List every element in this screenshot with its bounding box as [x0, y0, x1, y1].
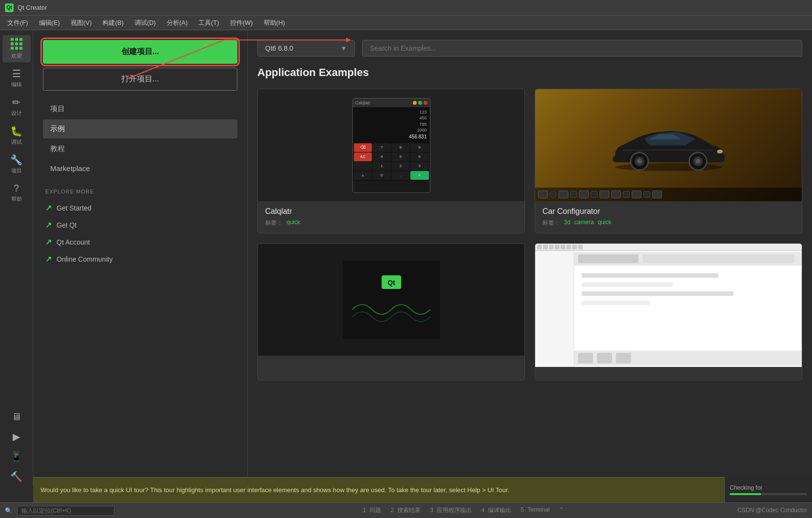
explore-get-qt-label: Get Qt: [57, 221, 77, 229]
sidebar-item-device[interactable]: 📱: [2, 448, 31, 465]
car-tag-quick[interactable]: quick: [598, 219, 611, 227]
nav-item-tutorials[interactable]: 教程: [43, 139, 237, 158]
version-label: Qt6 6.8.0: [265, 44, 293, 52]
car-tags: 标签： 3d camera quick: [542, 219, 794, 227]
sidebar-item-monitor[interactable]: 🖥: [2, 408, 31, 425]
update-progress-bar: [730, 493, 807, 495]
debug-icon: 🐛: [10, 125, 22, 137]
explore-get-qt[interactable]: ↗ Get Qt: [43, 216, 237, 233]
hammer-icon: 🔨: [10, 471, 22, 482]
search-icon: 🔍: [5, 507, 12, 514]
qt-logo: Qt: [5, 3, 14, 12]
title-bar: Qt Qt Creator: [0, 0, 812, 16]
version-filter[interactable]: Qt6 6.8.0 ▼: [257, 40, 355, 57]
update-progress-fill: [730, 493, 761, 495]
calqlatr-name: Calqlatr: [265, 207, 517, 216]
explore-get-started-label: Get Started: [57, 204, 92, 212]
car-info: Car Configurator 标签： 3d camera quick: [535, 201, 802, 233]
examples-search-input[interactable]: [362, 40, 802, 57]
nav-item-projects[interactable]: 项目: [43, 99, 237, 118]
car-tag-3d[interactable]: 3d: [564, 219, 570, 227]
status-tab-terminal[interactable]: 5 Terminal: [521, 506, 551, 515]
explore-get-started[interactable]: ↗ Get Started: [43, 199, 237, 216]
nav-item-examples[interactable]: 示例: [43, 119, 237, 138]
mw-sidebar: [535, 251, 574, 367]
edit-icon: ☰: [12, 68, 21, 79]
sidebar-item-design[interactable]: ✏ 设计: [2, 94, 31, 120]
svg-point-6: [696, 159, 700, 164]
menu-view[interactable]: 视图(V): [66, 17, 97, 29]
svg-rect-20: [578, 353, 593, 364]
sidebar-design-label: 设计: [11, 110, 22, 117]
sidebar-item-welcome[interactable]: 欢迎: [2, 35, 31, 62]
status-tab-issues[interactable]: 1 问题: [363, 506, 383, 515]
explore-qt-account[interactable]: ↗ Qt Account: [43, 233, 237, 250]
svg-rect-15: [582, 273, 718, 278]
mw-menubar: [535, 244, 802, 251]
menu-help[interactable]: 帮助(H): [259, 17, 290, 29]
open-project-button[interactable]: 打开项目...: [43, 68, 237, 91]
explore-online-community[interactable]: ↗ Online Community: [43, 250, 237, 268]
grid-icon: [11, 38, 22, 50]
main-layout: 欢迎 ☰ 编辑 ✏ 设计 🐛 调试 🔧 项目 ? 帮助 🖥 ▶ �: [0, 30, 812, 485]
watermark-text: CSDN @Codec Conductor: [737, 502, 807, 518]
qt-card-name: [265, 362, 517, 371]
calqlatr-tag-quick[interactable]: quick: [287, 219, 300, 227]
menu-tools[interactable]: 工具(T): [193, 17, 224, 29]
menu-file[interactable]: 文件(F): [2, 17, 33, 29]
notification-text: Would you like to take a quick UI tour? …: [40, 486, 763, 494]
qt-preview: Qt: [258, 244, 524, 356]
menu-bar: 文件(F) 编辑(E) 视图(V) 构建(B) 调试(D) 分析(A) 工具(T…: [0, 16, 812, 30]
sidebar-welcome-label: 欢迎: [11, 52, 22, 59]
examples-grid: Calqlatr 123 456 785: [257, 89, 802, 381]
sidebar-item-hammer[interactable]: 🔨: [2, 468, 31, 485]
example-card-mainwindow[interactable]: [535, 243, 802, 381]
explore-title: EXPLORE MORE: [43, 189, 237, 194]
arrow-icon-3: ↗: [45, 254, 52, 264]
checking-update-bar: Checking for: [724, 477, 812, 502]
menu-edit[interactable]: 编辑(E): [34, 17, 65, 29]
menu-build[interactable]: 构建(B): [97, 17, 128, 29]
help-icon: ?: [14, 183, 19, 194]
sidebar-item-run[interactable]: ▶: [2, 428, 31, 445]
svg-rect-16: [582, 282, 673, 287]
content-panel: 创建项目... 打开项目... 项目 示例 教程 Marketplace EXP…: [33, 30, 812, 485]
nav-item-marketplace[interactable]: Marketplace: [43, 159, 237, 177]
sidebar-item-edit[interactable]: ☰ 编辑: [2, 65, 31, 91]
mw-content: [535, 251, 802, 367]
chevron-up-icon[interactable]: ⌃: [559, 506, 564, 515]
example-card-calqlatr[interactable]: Calqlatr 123 456 785: [257, 89, 525, 233]
menu-analyze[interactable]: 分析(A): [162, 17, 193, 29]
calc-titlebar: Calqlatr: [353, 98, 430, 107]
device-icon: 📱: [10, 451, 22, 462]
sidebar-item-help[interactable]: ? 帮助: [2, 180, 31, 206]
car-tag-camera[interactable]: camera: [574, 219, 594, 227]
svg-rect-21: [597, 353, 612, 364]
menu-widgets[interactable]: 控件(W): [225, 17, 258, 29]
status-tab-compile[interactable]: 4 编译输出: [481, 506, 513, 515]
car-tag-label: 标签：: [542, 219, 560, 227]
mainwindow-thumbnail: [535, 244, 802, 356]
sidebar-edit-label: 编辑: [11, 81, 22, 88]
calc-preview: Calqlatr 123 456 785: [352, 98, 430, 193]
sidebar-item-project[interactable]: 🔧 项目: [2, 151, 31, 177]
example-card-car[interactable]: Car Configurator 标签： 3d camera quick: [535, 89, 802, 233]
example-card-qt[interactable]: Qt: [257, 243, 525, 381]
sidebar-item-debug[interactable]: 🐛 调试: [2, 122, 31, 149]
examples-section-title: Application Examples: [257, 66, 802, 79]
checking-text: Checking for: [730, 484, 762, 491]
monitor-icon: 🖥: [12, 411, 21, 422]
status-tab-search[interactable]: 2 搜索结果: [390, 506, 423, 515]
icon-sidebar: 欢迎 ☰ 编辑 ✏ 设计 🐛 调试 🔧 项目 ? 帮助 🖥 ▶ �: [0, 30, 33, 485]
status-tab-app-output[interactable]: 3 应用程序输出: [430, 506, 474, 515]
calc-display: 123 456 785 1000 456.831: [353, 107, 430, 142]
sidebar-help-label: 帮助: [11, 195, 22, 203]
calqlatr-info: Calqlatr 标签： quick: [258, 201, 524, 233]
svg-rect-14: [642, 254, 794, 264]
menu-debug[interactable]: 调试(D): [130, 17, 161, 29]
locate-input[interactable]: [17, 506, 115, 516]
car-thumbnail: [535, 89, 802, 201]
explore-online-community-label: Online Community: [57, 255, 113, 263]
create-project-button[interactable]: 创建项目...: [43, 40, 237, 64]
arrow-icon-2: ↗: [45, 237, 52, 247]
